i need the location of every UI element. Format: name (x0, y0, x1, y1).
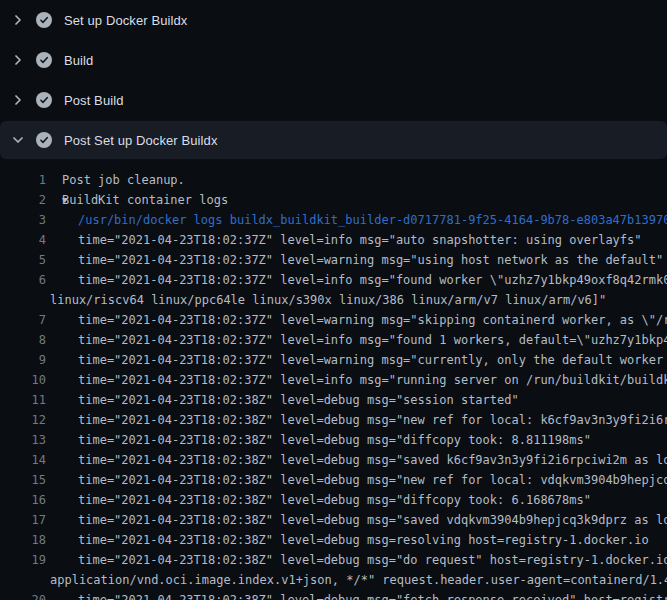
steps-list: Set up Docker BuildxBuildPost BuildPost … (0, 0, 667, 159)
log-line-number[interactable]: 12 (0, 410, 46, 430)
log-line-number[interactable]: 7 (0, 310, 46, 330)
log-line: 2▼BuildKit container logs (0, 190, 667, 210)
log-line-text: Post job cleanup. (46, 170, 185, 190)
log-line-text: time="2021-04-23T18:02:38Z" level=debug … (46, 470, 667, 490)
log-line: 16time="2021-04-23T18:02:38Z" level=debu… (0, 490, 667, 510)
log-line-text: time="2021-04-23T18:02:38Z" level=debug … (46, 510, 667, 530)
log-line-number[interactable]: 19 (0, 550, 46, 570)
log-line-text: time="2021-04-23T18:02:37Z" level=info m… (46, 330, 667, 350)
log-line-number (0, 570, 46, 590)
step-row-set-up-docker-buildx[interactable]: Set up Docker Buildx (0, 0, 667, 40)
log-line: 18time="2021-04-23T18:02:38Z" level=debu… (0, 530, 667, 550)
step-label: Post Set up Docker Buildx (64, 133, 218, 148)
log-line-text: time="2021-04-23T18:02:38Z" level=debug … (46, 550, 667, 570)
log-line: 13time="2021-04-23T18:02:38Z" level=debu… (0, 430, 667, 450)
log-line: 6time="2021-04-23T18:02:37Z" level=info … (0, 270, 667, 290)
log-line-number[interactable]: 6 (0, 270, 46, 290)
log-line-number[interactable]: 5 (0, 250, 46, 270)
log-line-text: application/vnd.oci.image.index.v1+json,… (46, 570, 667, 590)
log-line-number[interactable]: 10 (0, 370, 46, 390)
log-line-number[interactable]: 4 (0, 230, 46, 250)
step-row-post-build[interactable]: Post Build (0, 80, 667, 120)
log-line-text: time="2021-04-23T18:02:38Z" level=debug … (46, 530, 649, 550)
step-label: Set up Docker Buildx (64, 13, 187, 28)
log-line-number[interactable]: 11 (0, 390, 46, 410)
log-line-number[interactable]: 2 (0, 190, 46, 210)
check-circle-icon (36, 12, 52, 28)
log-group-toggle-expanded-icon[interactable]: ▼ (46, 190, 62, 210)
log-line-number (0, 290, 46, 310)
log-line-text: time="2021-04-23T18:02:38Z" level=debug … (46, 390, 519, 410)
check-circle-icon (36, 52, 52, 68)
log-line-text: time="2021-04-23T18:02:37Z" level=info m… (46, 270, 667, 290)
log-line-text: linux/riscv64 linux/ppc64le linux/s390x … (46, 290, 606, 310)
log-line-number[interactable]: 1 (0, 170, 46, 190)
log-line-text: time="2021-04-23T18:02:37Z" level=warnin… (46, 350, 667, 370)
log-line-text: time="2021-04-23T18:02:37Z" level=info m… (46, 370, 667, 390)
log-line: 10time="2021-04-23T18:02:37Z" level=info… (0, 370, 667, 390)
log-line-number[interactable]: 17 (0, 510, 46, 530)
chevron-right-icon (10, 12, 26, 28)
log-line-number[interactable]: 9 (0, 350, 46, 370)
log-line-text: /usr/bin/docker logs buildx_buildkit_bui… (46, 210, 667, 230)
log-line: 1Post job cleanup. (0, 170, 667, 190)
log-line-number[interactable]: 13 (0, 430, 46, 450)
log-line-number[interactable]: 15 (0, 470, 46, 490)
log-area: 1Post job cleanup.2▼BuildKit container l… (0, 160, 667, 600)
log-line: 14time="2021-04-23T18:02:38Z" level=debu… (0, 450, 667, 470)
log-line: 11time="2021-04-23T18:02:38Z" level=debu… (0, 390, 667, 410)
log-line-number[interactable]: 3 (0, 210, 46, 230)
check-circle-icon (36, 92, 52, 108)
log-line-number[interactable]: 18 (0, 530, 46, 550)
log-line-text: time="2021-04-23T18:02:38Z" level=debug … (46, 430, 591, 450)
log-line-text: time="2021-04-23T18:02:37Z" level=info m… (46, 230, 642, 250)
log-line-number[interactable]: 20 (0, 590, 46, 600)
log-line-text: time="2021-04-23T18:02:38Z" level=debug … (46, 410, 667, 430)
log-line-command: 3/usr/bin/docker logs buildx_buildkit_bu… (0, 210, 667, 230)
log-line-text: BuildKit container logs (62, 190, 228, 210)
log-line: 5time="2021-04-23T18:02:37Z" level=warni… (0, 250, 667, 270)
chevron-right-icon (10, 52, 26, 68)
log-line: 12time="2021-04-23T18:02:38Z" level=debu… (0, 410, 667, 430)
step-row-post-set-up-docker-buildx[interactable]: Post Set up Docker Buildx (0, 121, 667, 159)
log-line-number[interactable]: 16 (0, 490, 46, 510)
log-line-number[interactable]: 8 (0, 330, 46, 350)
check-circle-icon (36, 132, 52, 148)
log-line: 9time="2021-04-23T18:02:37Z" level=warni… (0, 350, 667, 370)
step-row-build[interactable]: Build (0, 40, 667, 80)
log-line-text: time="2021-04-23T18:02:37Z" level=warnin… (46, 250, 663, 270)
log-line: 15time="2021-04-23T18:02:38Z" level=debu… (0, 470, 667, 490)
chevron-right-icon (10, 92, 26, 108)
log-line-continuation: linux/riscv64 linux/ppc64le linux/s390x … (0, 290, 667, 310)
log-line: 8time="2021-04-23T18:02:37Z" level=info … (0, 330, 667, 350)
log-line-text: time="2021-04-23T18:02:37Z" level=warnin… (46, 310, 667, 330)
log-line: 4time="2021-04-23T18:02:37Z" level=info … (0, 230, 667, 250)
log-line: 17time="2021-04-23T18:02:38Z" level=debu… (0, 510, 667, 530)
log-line-text: time="2021-04-23T18:02:38Z" level=debug … (46, 590, 667, 600)
actions-log-viewer: Set up Docker BuildxBuildPost BuildPost … (0, 0, 667, 600)
log-line-number[interactable]: 14 (0, 450, 46, 470)
chevron-down-icon (10, 132, 26, 148)
log-line-text: time="2021-04-23T18:02:38Z" level=debug … (46, 490, 591, 510)
log-line: 20time="2021-04-23T18:02:38Z" level=debu… (0, 590, 667, 600)
step-label: Build (64, 53, 93, 68)
step-label: Post Build (64, 93, 124, 108)
log-line-continuation: application/vnd.oci.image.index.v1+json,… (0, 570, 667, 590)
log-line: 7time="2021-04-23T18:02:37Z" level=warni… (0, 310, 667, 330)
log-line-text: time="2021-04-23T18:02:38Z" level=debug … (46, 450, 667, 470)
log-line: 19time="2021-04-23T18:02:38Z" level=debu… (0, 550, 667, 570)
